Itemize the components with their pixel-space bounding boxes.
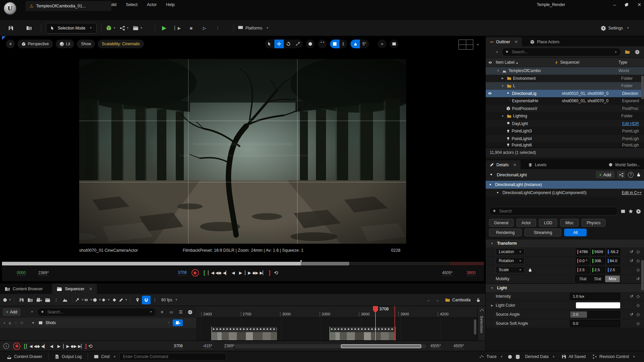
transport-button[interactable]: ▶ xyxy=(237,269,244,277)
scale-dropdown[interactable]: Scale▼ xyxy=(496,266,525,273)
insights-status-icon[interactable] xyxy=(506,354,514,359)
scale-tool-button[interactable] xyxy=(293,40,303,48)
view-end-field[interactable]: 4505* xyxy=(442,270,452,276)
outliner-row[interactable]: ▼Lighting Folder xyxy=(486,112,644,120)
keyframe-diamond-icon[interactable]: ◇ xyxy=(637,312,640,317)
save-button[interactable] xyxy=(4,23,17,34)
source-angle-field[interactable]: 2.0 xyxy=(570,311,620,318)
playback-start-field[interactable]: 0000 xyxy=(17,270,26,276)
create-camera-button[interactable] xyxy=(35,296,43,304)
shots-track-row[interactable]: ♦ ∩ ⊘ ▼ Shots + xyxy=(0,318,196,328)
scale-y-field[interactable]: 2.5 xyxy=(591,266,605,274)
content-drawer-button[interactable]: Content Drawer xyxy=(3,354,46,359)
outliner-row[interactable]: ▶Environment Folder xyxy=(486,75,644,82)
sequencer-in-field[interactable]: 2389* xyxy=(224,344,234,349)
current-frame-field[interactable]: 3708 xyxy=(178,270,187,276)
snap-options-dots[interactable]: ⋮ xyxy=(151,296,159,304)
world-local-toggle[interactable] xyxy=(306,40,315,48)
component-row[interactable]: DirectionalLightComponent (LightComponen… xyxy=(486,189,644,197)
record-button[interactable] xyxy=(192,269,199,277)
outliner-row[interactable]: PointLight3 PointLigh xyxy=(486,127,644,135)
platforms-dropdown[interactable]: Platforms ▼ xyxy=(236,23,270,34)
grid-snap-toggle[interactable] xyxy=(330,40,339,48)
timeline-scroll-thumb[interactable] xyxy=(341,344,421,348)
reset-icon[interactable]: ↺ xyxy=(636,277,640,281)
details-search[interactable] xyxy=(489,207,618,216)
outliner-search[interactable]: ▼ xyxy=(502,48,621,56)
console-command-field[interactable] xyxy=(119,353,226,360)
set-out-bracket[interactable]: ] xyxy=(268,269,270,276)
transport-button[interactable]: ◀▏ xyxy=(222,269,229,277)
component-row-selected[interactable]: DirectionalLight (Instance) xyxy=(486,181,644,189)
keyframe-diamond-icon[interactable]: ◇ xyxy=(637,303,640,308)
lit-dropdown[interactable]: Lit xyxy=(56,40,74,48)
intensity-field[interactable]: 1.0 lux xyxy=(570,293,620,300)
location-z-field[interactable]: -56.2 xyxy=(606,248,620,255)
sequencer-end-field[interactable]: 4505* xyxy=(453,344,464,349)
blueprint-hierarchy-button[interactable] xyxy=(617,171,625,178)
grid-snap-value[interactable]: 1 xyxy=(339,42,347,46)
shot-clip[interactable] xyxy=(211,326,277,341)
transport-button[interactable]: ◀ xyxy=(229,269,237,277)
outliner-row[interactable]: ▼TemplesOfCambo World xyxy=(486,67,644,75)
playback-options-dropdown[interactable]: ▼ xyxy=(93,296,101,304)
browse-content-button[interactable] xyxy=(22,23,36,34)
transport-button[interactable]: ◆▶ xyxy=(252,269,259,277)
category-chip[interactable]: General xyxy=(489,219,514,227)
tab-place-actors[interactable]: Place Actors xyxy=(526,37,564,46)
outliner-row[interactable]: PostProcessV PostProc xyxy=(486,105,644,113)
history-forward-button[interactable]: → xyxy=(433,296,442,304)
rotate-tool-button[interactable] xyxy=(284,40,293,48)
transport-button[interactable]: ◀▏ xyxy=(41,343,48,350)
loop-button[interactable]: ⟲ xyxy=(272,269,280,277)
transport-button[interactable]: ▶▏ xyxy=(77,343,85,350)
info-icon[interactable]: i xyxy=(3,343,9,349)
angle-snap-value[interactable]: 5° xyxy=(360,42,369,46)
edit-in-cpp-link[interactable]: Edit in C++ xyxy=(622,190,642,195)
angle-snap-toggle[interactable] xyxy=(351,40,360,48)
mobility-static-button[interactable]: Stat xyxy=(576,276,590,282)
help-icon[interactable]: ? xyxy=(628,172,634,178)
view-density-list-button[interactable]: ☰ xyxy=(177,308,184,316)
reset-icon[interactable]: ↺ xyxy=(630,258,633,263)
scale-lock-icon[interactable] xyxy=(528,268,532,272)
tab-details[interactable]: Details ✕ xyxy=(486,160,521,169)
view-density-relaxed-button[interactable]: ▭ xyxy=(168,308,175,316)
keyframe-diamond-icon[interactable]: ◇ xyxy=(637,294,640,299)
frame-skip-button[interactable]: ▏▶ xyxy=(171,23,184,34)
sequencer-tools-dropdown[interactable]: ▼ xyxy=(75,296,84,304)
scale-x-field[interactable]: 2.5 xyxy=(576,266,590,274)
scalability-pill[interactable]: Scalability: Cinematic xyxy=(98,40,144,48)
keyframe-options-dropdown[interactable]: ▼ xyxy=(101,296,110,304)
outliner-scrollbar[interactable] xyxy=(641,76,644,99)
playback-end-field[interactable]: 3900 xyxy=(467,270,476,276)
transport-button[interactable]: ◀◆ xyxy=(215,269,222,277)
sequencer-out-field[interactable]: 4505* xyxy=(430,344,441,349)
play-button[interactable]: ▶ xyxy=(158,23,171,34)
transport-button[interactable]: ▶ xyxy=(55,343,63,350)
reset-icon[interactable]: ↺ xyxy=(630,294,633,299)
edit-hdri-link[interactable]: Edit HDR xyxy=(622,121,639,126)
column-type[interactable]: Type xyxy=(619,60,642,65)
camera-speed-expand[interactable]: » xyxy=(378,40,386,48)
column-item-label[interactable]: Item Label ▲ xyxy=(494,60,555,65)
stop-button[interactable]: ■ xyxy=(184,23,198,34)
set-in-bracket[interactable]: [ xyxy=(204,269,206,276)
cinematics-dropdown[interactable]: ▼ xyxy=(131,23,145,34)
memory-status-icon[interactable] xyxy=(514,354,522,359)
restore-button[interactable] xyxy=(625,3,629,7)
sequencer-save-button[interactable] xyxy=(17,296,26,304)
world-dropdown[interactable]: ▼ xyxy=(3,296,11,304)
rotation-dropdown[interactable]: Rotation▼ xyxy=(496,257,525,264)
fps-dropdown[interactable]: 60 fps▼ xyxy=(159,296,180,304)
tab-outliner[interactable]: ≔ Outliner ✕ xyxy=(486,37,522,46)
column-sequencer[interactable]: Sequencer xyxy=(555,60,619,65)
unlock-icon[interactable] xyxy=(636,172,641,177)
sequencer-add-button[interactable]: + Add xyxy=(3,308,20,316)
category-chip[interactable]: Streaming xyxy=(525,229,561,236)
transport-button[interactable]: ▏▶ xyxy=(63,343,70,350)
tab-content-browser[interactable]: Content Browser xyxy=(0,284,47,294)
perspective-dropdown[interactable]: Perspective xyxy=(17,40,53,48)
transport-button[interactable]: ▶▏ xyxy=(259,269,266,277)
find-in-content-browser-button[interactable] xyxy=(26,296,35,304)
